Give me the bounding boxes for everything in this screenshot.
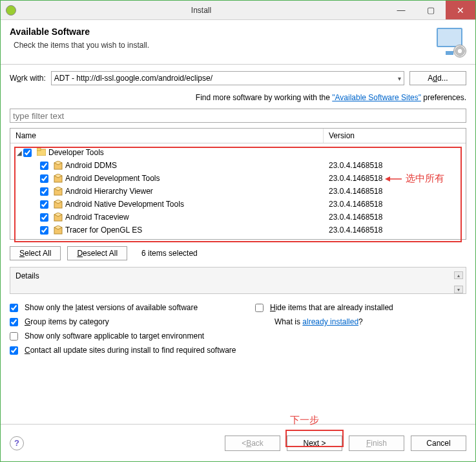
- details-panel: Details ▴ ▾: [10, 267, 466, 294]
- chevron-down-icon: ▾: [398, 75, 401, 82]
- workwith-value: ADT - http://dl-ssl.google.com/android/e…: [54, 74, 212, 83]
- close-button[interactable]: ✕: [446, 1, 475, 19]
- select-all-button[interactable]: Select All: [10, 246, 61, 260]
- workwith-combobox[interactable]: ADT - http://dl-ssl.google.com/android/e…: [51, 71, 404, 85]
- package-icon: [54, 200, 63, 209]
- next-button[interactable]: Next >: [287, 436, 342, 451]
- package-icon: [54, 174, 63, 183]
- column-name[interactable]: Name: [10, 129, 324, 143]
- tree-item[interactable]: Android Traceview23.0.4.1468518: [10, 211, 466, 224]
- item-label: Android Traceview: [65, 213, 129, 222]
- group-label[interactable]: Developer Tools: [48, 148, 104, 157]
- install-dialog: Install — ▢ ✕ Available Software Check t…: [0, 0, 476, 462]
- page-title: Available Software: [10, 26, 429, 37]
- help-button[interactable]: ?: [10, 436, 24, 450]
- item-label: Tracer for OpenGL ES: [65, 226, 142, 235]
- software-tree[interactable]: Name Version ◢Developer ToolsAndroid DDM…: [10, 128, 466, 240]
- add-button[interactable]: Add...: [409, 71, 466, 85]
- package-icon: [54, 213, 63, 222]
- filter-input[interactable]: [10, 109, 466, 123]
- folder-icon: [37, 148, 46, 157]
- maximize-button[interactable]: ▢: [416, 1, 446, 19]
- whatis-already-installed: What is already installed?: [255, 317, 466, 326]
- opt-applicable-env[interactable]: Show only software applicable to target …: [10, 331, 466, 341]
- opt-applicable-env-checkbox[interactable]: [10, 332, 18, 341]
- details-label: Details: [16, 271, 460, 280]
- column-version[interactable]: Version: [324, 129, 466, 143]
- tree-item[interactable]: Android Native Development Tools23.0.4.1…: [10, 198, 466, 211]
- item-checkbox[interactable]: [40, 162, 48, 170]
- item-checkbox[interactable]: [40, 213, 48, 222]
- item-version: 23.0.4.1468518: [324, 213, 466, 222]
- install-icon: [435, 26, 466, 58]
- available-sites-link[interactable]: "Available Software Sites": [332, 93, 421, 102]
- opt-contact-sites[interactable]: Contact all update sites during install …: [10, 346, 466, 355]
- item-checkbox[interactable]: [40, 174, 48, 183]
- item-label: Android Native Development Tools: [65, 200, 184, 209]
- back-button: < Back: [225, 436, 280, 451]
- scroll-up-icon[interactable]: ▴: [454, 271, 463, 279]
- already-installed-link[interactable]: already installed: [302, 317, 358, 326]
- selection-count: 6 items selected: [141, 249, 198, 258]
- item-version: 23.0.4.1468518: [324, 187, 466, 196]
- tree-item[interactable]: Android Development Tools23.0.4.1468518: [10, 172, 466, 185]
- app-icon: [6, 5, 16, 16]
- tree-item[interactable]: Tracer for OpenGL ES23.0.4.1468518: [10, 224, 466, 236]
- item-label: Android Development Tools: [65, 174, 160, 183]
- page-subtitle: Check the items that you wish to install…: [14, 41, 429, 50]
- opt-hide-installed[interactable]: Hide items that are already installed: [255, 303, 466, 312]
- header-area: Available Software Check the items that …: [1, 20, 475, 65]
- package-icon: [54, 187, 63, 196]
- item-checkbox[interactable]: [40, 226, 48, 235]
- item-version: 23.0.4.1468518: [324, 200, 466, 209]
- tree-item[interactable]: Android DDMS23.0.4.1468518: [10, 159, 466, 172]
- item-version: 23.0.4.1468518: [324, 174, 466, 183]
- opt-show-latest[interactable]: Show only the latest versions of availab…: [10, 303, 255, 312]
- group-checkbox[interactable]: [23, 149, 32, 157]
- tree-item[interactable]: Android Hierarchy Viewer23.0.4.1468518: [10, 185, 466, 198]
- more-software-hint: Find more software by working with the "…: [10, 93, 466, 102]
- titlebar[interactable]: Install — ▢ ✕: [1, 1, 475, 20]
- scroll-down-icon[interactable]: ▾: [454, 286, 463, 293]
- item-version: 23.0.4.1468518: [324, 226, 466, 235]
- deselect-all-button[interactable]: Deselect All: [67, 246, 127, 260]
- opt-group-category-checkbox[interactable]: [10, 318, 18, 326]
- opt-contact-sites-checkbox[interactable]: [10, 346, 18, 355]
- expand-icon[interactable]: ◢: [17, 149, 23, 156]
- item-version: 23.0.4.1468518: [324, 161, 466, 170]
- finish-button: Finish: [349, 436, 404, 451]
- svg-rect-1: [37, 148, 41, 151]
- opt-hide-installed-checkbox[interactable]: [255, 304, 264, 312]
- item-label: Android DDMS: [65, 161, 117, 170]
- package-icon: [54, 161, 63, 170]
- opt-show-latest-checkbox[interactable]: [10, 304, 18, 312]
- opt-group-category[interactable]: Group items by category: [10, 317, 255, 326]
- package-icon: [54, 226, 63, 235]
- item-checkbox[interactable]: [40, 187, 48, 196]
- item-checkbox[interactable]: [40, 200, 48, 209]
- item-label: Android Hierarchy Viewer: [65, 187, 153, 196]
- footer: 下一步 ? < Back Next > Finish Cancel: [1, 424, 475, 461]
- window-title: Install: [16, 6, 386, 15]
- workwith-label: Work with:: [10, 74, 46, 83]
- minimize-button[interactable]: —: [386, 1, 416, 19]
- cancel-button[interactable]: Cancel: [411, 436, 466, 451]
